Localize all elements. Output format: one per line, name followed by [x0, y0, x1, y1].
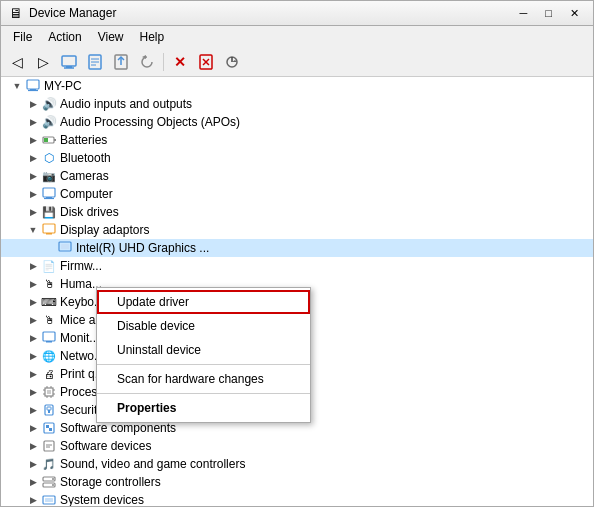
menu-action[interactable]: Action	[40, 28, 89, 46]
toolbar-uninstall[interactable]	[194, 50, 218, 74]
item-label: Cameras	[60, 169, 593, 183]
system-icon	[41, 492, 57, 506]
menu-help[interactable]: Help	[132, 28, 173, 46]
ctx-uninstall-device[interactable]: Uninstall device	[97, 338, 310, 362]
expand-icon[interactable]: ▶	[25, 276, 41, 292]
device-tree: ▼ MY-PC ▶ 🔊 Audio inputs and outputs ▶ 🔊…	[1, 77, 593, 506]
toolbar-separator-1	[163, 53, 164, 71]
item-label: Bluetooth	[60, 151, 593, 165]
window-icon: 🖥	[9, 5, 23, 21]
expand-icon-root[interactable]: ▼	[9, 78, 25, 94]
item-label: System devices	[60, 493, 593, 506]
toolbar: ◁ ▷ ✕	[1, 48, 593, 77]
sound-icon: 🎵	[41, 456, 57, 472]
tree-item-disk[interactable]: ▶ 💾 Disk drives	[1, 203, 593, 221]
ctx-sep-1	[97, 364, 310, 365]
tree-item-software-devices[interactable]: ▶ Software devices	[1, 437, 593, 455]
toolbar-computer[interactable]	[57, 50, 81, 74]
expand-icon[interactable]: ▶	[25, 456, 41, 472]
menu-bar: File Action View Help	[1, 26, 593, 48]
tree-item-firmware[interactable]: ▶ 📄 Firmw...	[1, 257, 593, 275]
expand-icon[interactable]: ▶	[25, 204, 41, 220]
camera-icon: 📷	[41, 168, 57, 184]
toolbar-remove[interactable]: ✕	[168, 50, 192, 74]
mice-icon: 🖱	[41, 312, 57, 328]
apo-icon: 🔊	[41, 114, 57, 130]
toolbar-forward[interactable]: ▷	[31, 50, 55, 74]
ctx-update-driver[interactable]: Update driver	[97, 290, 310, 314]
toolbar-rollback[interactable]	[135, 50, 159, 74]
item-label: Disk drives	[60, 205, 593, 219]
svg-rect-45	[46, 425, 49, 428]
toolbar-properties[interactable]	[83, 50, 107, 74]
bluetooth-icon: ⬡	[41, 150, 57, 166]
expand-icon[interactable]: ▶	[25, 492, 41, 506]
tree-item-system[interactable]: ▶ System devices	[1, 491, 593, 506]
maximize-button[interactable]: □	[539, 7, 558, 19]
expand-icon[interactable]: ▶	[25, 114, 41, 130]
expand-icon[interactable]: ▶	[25, 258, 41, 274]
item-label: Software components	[60, 421, 593, 435]
expand-icon[interactable]: ▼	[25, 222, 41, 238]
toolbar-update[interactable]	[109, 50, 133, 74]
tree-root[interactable]: ▼ MY-PC	[1, 77, 593, 95]
expand-icon[interactable]: ▶	[25, 420, 41, 436]
expand-icon[interactable]: ▶	[25, 366, 41, 382]
ctx-scan-hardware[interactable]: Scan for hardware changes	[97, 367, 310, 391]
svg-rect-42	[47, 407, 51, 410]
storage-icon	[41, 474, 57, 490]
expand-icon[interactable]: ▶	[25, 150, 41, 166]
audio-icon: 🔊	[41, 96, 57, 112]
root-label: MY-PC	[44, 79, 593, 93]
item-label: Sound, video and game controllers	[60, 457, 593, 471]
tree-item-audio-inputs[interactable]: ▶ 🔊 Audio inputs and outputs	[1, 95, 593, 113]
expand-icon[interactable]: ▶	[25, 168, 41, 184]
tree-item-computer[interactable]: ▶ Computer	[1, 185, 593, 203]
keyboard-icon: ⌨	[41, 294, 57, 310]
minimize-button[interactable]: ─	[514, 7, 534, 19]
item-label: Software devices	[60, 439, 593, 453]
expand-icon[interactable]: ▶	[25, 132, 41, 148]
toolbar-back[interactable]: ◁	[5, 50, 29, 74]
expand-icon[interactable]: ▶	[25, 294, 41, 310]
expand-icon[interactable]: ▶	[25, 384, 41, 400]
item-label: Display adaptors	[60, 223, 593, 237]
expand-icon[interactable]: ▶	[25, 402, 41, 418]
tree-item-cameras[interactable]: ▶ 📷 Cameras	[1, 167, 593, 185]
expand-icon[interactable]: ▶	[25, 186, 41, 202]
tree-item-intel-gpu[interactable]: ▶ Intel(R) UHD Graphics ...	[1, 239, 593, 257]
expand-icon[interactable]: ▶	[25, 312, 41, 328]
expand-icon[interactable]: ▶	[25, 348, 41, 364]
battery-icon	[41, 132, 57, 148]
expand-icon[interactable]: ▶	[25, 438, 41, 454]
svg-rect-30	[46, 341, 52, 343]
expand-icon[interactable]: ▶	[25, 330, 41, 346]
svg-rect-20	[54, 139, 56, 141]
menu-view[interactable]: View	[90, 28, 132, 46]
toolbar-scan[interactable]	[220, 50, 244, 74]
item-label: Intel(R) UHD Graphics ...	[76, 241, 593, 255]
tree-item-sound[interactable]: ▶ 🎵 Sound, video and game controllers	[1, 455, 593, 473]
menu-file[interactable]: File	[5, 28, 40, 46]
network-icon: 🌐	[41, 348, 57, 364]
svg-point-53	[52, 484, 54, 486]
svg-rect-21	[44, 138, 48, 142]
tree-item-display[interactable]: ▼ Display adaptors	[1, 221, 593, 239]
item-label: Computer	[60, 187, 593, 201]
expand-icon[interactable]: ▶	[25, 474, 41, 490]
close-button[interactable]: ✕	[564, 7, 585, 20]
software-dev-icon	[41, 438, 57, 454]
tree-item-storage[interactable]: ▶ Storage controllers	[1, 473, 593, 491]
svg-rect-46	[49, 428, 52, 431]
disk-icon: 💾	[41, 204, 57, 220]
title-bar: 🖥 Device Manager ─ □ ✕	[1, 1, 593, 26]
window-title: Device Manager	[29, 6, 116, 20]
svg-rect-55	[45, 498, 53, 502]
ctx-disable-device[interactable]: Disable device	[97, 314, 310, 338]
ctx-properties[interactable]: Properties	[97, 396, 310, 420]
tree-item-bluetooth[interactable]: ▶ ⬡ Bluetooth	[1, 149, 593, 167]
tree-item-batteries[interactable]: ▶ Batteries	[1, 131, 593, 149]
tree-item-apo[interactable]: ▶ 🔊 Audio Processing Objects (APOs)	[1, 113, 593, 131]
expand-icon[interactable]: ▶	[25, 96, 41, 112]
hid-icon: 🖱	[41, 276, 57, 292]
